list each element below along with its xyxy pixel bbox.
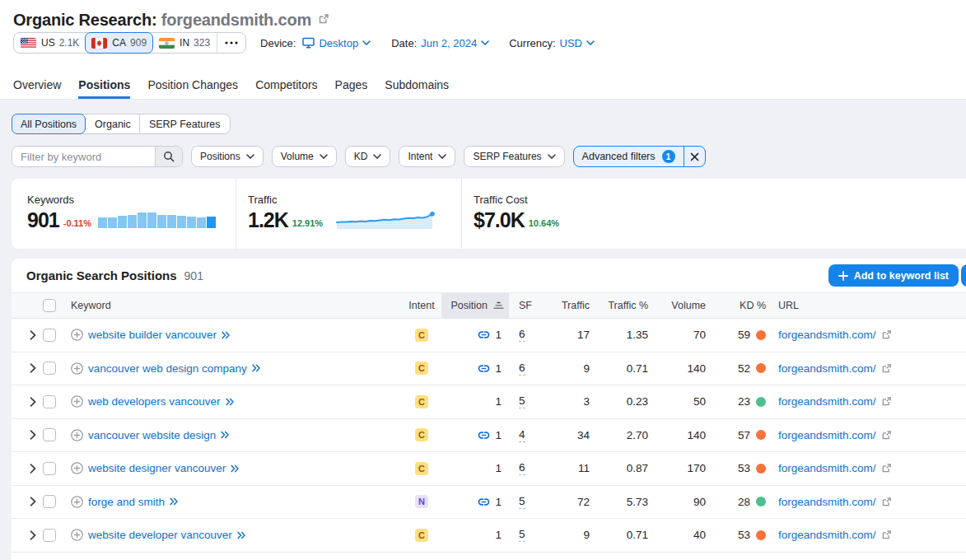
tab-pages[interactable]: Pages [335, 78, 368, 99]
currency-select[interactable]: Currency: USD [509, 37, 595, 49]
intent-badge[interactable]: C [415, 462, 428, 475]
serp-features-filter-dropdown[interactable]: SERP Features [464, 146, 564, 167]
th-keyword[interactable]: Keyword [61, 300, 402, 311]
tab-competitors[interactable]: Competitors [255, 78, 317, 99]
add-keyword-plus-icon[interactable] [71, 395, 83, 408]
th-sf[interactable]: SF [509, 300, 550, 311]
advanced-filters-button[interactable]: Advanced filters 1 [574, 147, 684, 166]
th-position[interactable]: Position [441, 293, 509, 318]
keyword-link[interactable]: vancouver web design company [88, 362, 247, 375]
sf-count[interactable]: 6 [519, 461, 525, 475]
device-select[interactable]: Device: Desktop [260, 37, 371, 49]
tab-subdomains[interactable]: Subdomains [385, 78, 449, 99]
add-keyword-plus-icon[interactable] [71, 429, 83, 441]
add-to-keyword-list-button[interactable]: Add to keyword list [828, 264, 959, 287]
add-keyword-plus-icon[interactable] [71, 529, 83, 541]
traffic-sparkline-chart[interactable] [336, 209, 435, 232]
row-checkbox[interactable] [43, 395, 56, 408]
row-checkbox[interactable] [43, 362, 56, 375]
positions-filter-dropdown[interactable]: Positions [191, 146, 264, 167]
seg-organic[interactable]: Organic [86, 114, 140, 133]
keyword-details-chevrons-icon[interactable] [170, 497, 179, 506]
open-url-external-icon[interactable] [881, 329, 892, 340]
country-button-ca[interactable]: CA 909 [85, 32, 153, 54]
row-checkbox[interactable] [43, 495, 56, 508]
position-link-icon[interactable] [478, 362, 490, 375]
add-keyword-plus-icon[interactable] [71, 496, 83, 508]
intent-badge[interactable]: N [415, 495, 428, 508]
intent-badge[interactable]: C [415, 529, 428, 542]
th-traffic[interactable]: Traffic [550, 300, 590, 311]
url-link[interactable]: forgeandsmith.com/ [778, 462, 876, 474]
keyword-details-chevrons-icon[interactable] [222, 331, 231, 339]
open-url-external-icon[interactable] [881, 430, 892, 441]
keywords-sparkline-chart[interactable] [98, 211, 216, 228]
search-button[interactable] [155, 147, 182, 166]
th-intent[interactable]: Intent [402, 300, 441, 311]
add-keyword-plus-icon[interactable] [71, 329, 83, 341]
add-keyword-plus-icon[interactable] [71, 462, 83, 474]
expand-row-button[interactable] [28, 530, 43, 540]
keyword-link[interactable]: website builder vancouver [88, 329, 217, 341]
keyword-details-chevrons-icon[interactable] [221, 431, 230, 439]
url-link[interactable]: forgeandsmith.com/ [778, 395, 876, 408]
row-checkbox[interactable] [43, 462, 56, 475]
expand-row-button[interactable] [28, 497, 43, 506]
th-volume[interactable]: Volume [648, 300, 706, 311]
country-button-us[interactable]: US 2.1K [14, 33, 86, 53]
tab-overview[interactable]: Overview [13, 78, 61, 99]
th-kd[interactable]: KD % [706, 300, 766, 311]
keyword-details-chevrons-icon[interactable] [231, 464, 240, 473]
keyword-link[interactable]: website designer vancouver [88, 462, 226, 474]
select-all-checkbox[interactable] [43, 299, 56, 312]
th-url[interactable]: URL [766, 300, 966, 311]
open-domain-external-icon[interactable] [318, 13, 329, 28]
keyword-link[interactable]: forge and smith [88, 496, 165, 508]
url-link[interactable]: forgeandsmith.com/ [778, 429, 876, 441]
position-link-icon[interactable] [478, 496, 490, 508]
sf-count[interactable]: 6 [519, 328, 525, 342]
row-checkbox[interactable] [43, 428, 56, 441]
intent-badge[interactable]: C [415, 395, 428, 408]
open-url-external-icon[interactable] [881, 530, 892, 540]
th-traffic-pct[interactable]: Traffic % [590, 300, 648, 311]
add-keyword-plus-icon[interactable] [71, 362, 83, 375]
position-link-icon[interactable] [478, 329, 490, 341]
keyword-link[interactable]: website developer vancouver [88, 529, 232, 541]
intent-badge[interactable]: C [415, 362, 428, 375]
open-url-external-icon[interactable] [881, 463, 892, 474]
open-url-external-icon[interactable] [881, 363, 892, 374]
intent-badge[interactable]: C [415, 329, 428, 342]
intent-badge[interactable]: C [415, 428, 428, 441]
keyword-filter-input[interactable] [12, 147, 155, 166]
sf-count[interactable]: 5 [519, 394, 525, 408]
date-select[interactable]: Date: Jun 2, 2024 [391, 37, 489, 49]
row-checkbox[interactable] [43, 329, 56, 342]
open-url-external-icon[interactable] [881, 396, 892, 407]
clear-advanced-filters-button[interactable] [684, 147, 705, 166]
expand-row-button[interactable] [28, 330, 43, 340]
keyword-details-chevrons-icon[interactable] [226, 398, 235, 406]
url-link[interactable]: forgeandsmith.com/ [778, 529, 876, 541]
sf-count[interactable]: 6 [519, 362, 525, 376]
keyword-details-chevrons-icon[interactable] [237, 531, 246, 539]
row-checkbox[interactable] [43, 529, 56, 542]
export-button[interactable] [961, 264, 966, 287]
url-link[interactable]: forgeandsmith.com/ [778, 329, 876, 341]
sf-count[interactable]: 4 [519, 428, 525, 442]
expand-row-button[interactable] [28, 363, 43, 373]
keyword-details-chevrons-icon[interactable] [252, 364, 261, 372]
seg-serp-features[interactable]: SERP Features [140, 114, 230, 133]
tab-position-changes[interactable]: Position Changes [147, 78, 238, 99]
country-button-in[interactable]: IN 323 [152, 33, 217, 53]
open-url-external-icon[interactable] [881, 497, 892, 507]
kd-filter-dropdown[interactable]: KD [345, 146, 391, 167]
volume-filter-dropdown[interactable]: Volume [272, 146, 337, 167]
keyword-link[interactable]: web developers vancouver [88, 395, 221, 408]
expand-row-button[interactable] [28, 430, 43, 440]
sf-count[interactable]: 5 [519, 495, 525, 509]
sf-count[interactable]: 5 [519, 528, 525, 542]
keyword-link[interactable]: vancouver website design [88, 429, 216, 441]
position-link-icon[interactable] [478, 429, 490, 441]
tab-positions[interactable]: Positions [78, 78, 130, 99]
